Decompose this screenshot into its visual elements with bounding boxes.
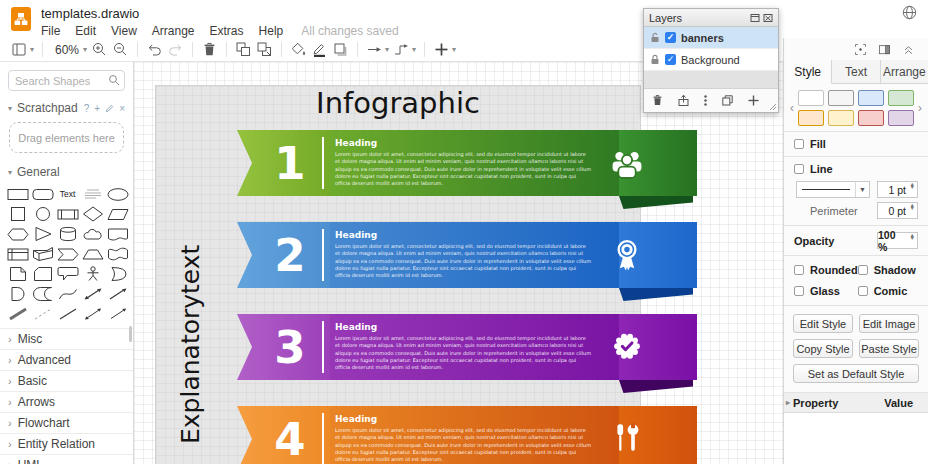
- line-color-button[interactable]: [309, 40, 330, 60]
- sidebar-section-basic[interactable]: ›Basic: [0, 370, 133, 391]
- shape-hexagon[interactable]: [5, 226, 30, 242]
- shape-search[interactable]: [8, 70, 125, 91]
- shape-rectangle[interactable]: [5, 186, 30, 202]
- shape-actor[interactable]: [80, 266, 105, 282]
- add-layer-icon[interactable]: [747, 94, 760, 107]
- infographic-title[interactable]: Infographic: [155, 86, 641, 120]
- delete-layer-icon[interactable]: [651, 94, 664, 107]
- banner-1[interactable]: 1 Heading Lorem ipsum dolor sit amet, co…: [237, 130, 697, 210]
- rounded-checkbox[interactable]: [794, 265, 804, 275]
- sidebar-section-entity-relation[interactable]: ›Entity Relation: [0, 433, 133, 454]
- scratchpad-help-icon[interactable]: ?: [84, 103, 90, 114]
- fit-page-icon[interactable]: [854, 43, 867, 56]
- minimize-window-icon[interactable]: [750, 13, 760, 23]
- style-swatch-orange[interactable]: [798, 110, 824, 126]
- to-front-button[interactable]: [233, 40, 254, 60]
- resize-grip-icon[interactable]: [769, 103, 777, 111]
- shape-diamond[interactable]: [80, 206, 105, 222]
- shape-bidirectional-arrow[interactable]: [80, 286, 105, 302]
- collapse-panel-icon[interactable]: [902, 43, 915, 56]
- shape-callout[interactable]: [55, 266, 80, 282]
- sidebar-section-arrows[interactable]: ›Arrows: [0, 391, 133, 412]
- edit-style-button[interactable]: Edit Style: [793, 314, 853, 333]
- view-button[interactable]: ▾: [9, 40, 36, 60]
- menu-file[interactable]: File: [41, 24, 60, 38]
- menu-view[interactable]: View: [111, 24, 137, 38]
- lock-icon[interactable]: [650, 54, 660, 65]
- shape-text[interactable]: Text: [55, 186, 80, 202]
- insert-button[interactable]: ▾: [431, 40, 458, 60]
- style-swatch-gray[interactable]: [828, 90, 854, 106]
- shape-arrow[interactable]: [105, 286, 130, 302]
- shape-trapezoid[interactable]: [80, 246, 105, 262]
- general-section-header[interactable]: ▾ General: [0, 161, 133, 183]
- line-style-select[interactable]: ▼: [796, 181, 870, 198]
- sidebar-section-misc[interactable]: ›Misc: [0, 328, 133, 349]
- shape-document[interactable]: [105, 226, 130, 242]
- fill-color-button[interactable]: [288, 40, 309, 60]
- menu-arrange[interactable]: Arrange: [152, 24, 195, 38]
- style-swatch-red[interactable]: [858, 110, 884, 126]
- line-checkbox[interactable]: [794, 164, 804, 174]
- undo-button[interactable]: [144, 40, 165, 60]
- shape-link[interactable]: [5, 306, 30, 322]
- shape-parallelogram[interactable]: [105, 206, 130, 222]
- language-globe-icon[interactable]: [902, 5, 917, 20]
- scratchpad-add-icon[interactable]: +: [94, 103, 100, 114]
- shape-double-arrow-line[interactable]: [80, 306, 105, 322]
- copy-style-button[interactable]: Copy Style: [793, 339, 853, 358]
- diagram-canvas[interactable]: Infographic Explanatorytext 1 Heading Lo…: [134, 62, 783, 464]
- zoom-out-button[interactable]: [110, 40, 131, 60]
- shape-arrow-line[interactable]: [105, 306, 130, 322]
- more-options-icon[interactable]: [703, 94, 708, 107]
- layers-titlebar[interactable]: Layers: [644, 9, 778, 27]
- shape-ellipse[interactable]: [105, 186, 130, 202]
- presets-prev-icon[interactable]: ‹: [787, 100, 797, 115]
- shape-data-storage[interactable]: [30, 286, 55, 302]
- sidebar-scrollbar[interactable]: [129, 326, 132, 342]
- shape-triangle[interactable]: [30, 226, 55, 242]
- zoom-in-button[interactable]: [89, 40, 110, 60]
- line-width-stepper[interactable]: 1 pt▲▼: [877, 181, 918, 198]
- glass-checkbox[interactable]: [794, 286, 804, 296]
- shape-circle[interactable]: [30, 206, 55, 222]
- shape-and[interactable]: [5, 286, 30, 302]
- sidebar-section-flowchart[interactable]: ›Flowchart: [0, 412, 133, 433]
- connection-style-button[interactable]: ▾: [364, 40, 391, 60]
- shadow-button[interactable]: [330, 40, 351, 60]
- menu-edit[interactable]: Edit: [75, 24, 96, 38]
- tab-arrange[interactable]: Arrange: [881, 60, 928, 83]
- tab-text[interactable]: Text: [832, 60, 880, 83]
- search-input[interactable]: [15, 71, 115, 90]
- sidebar-section-uml[interactable]: ›UML: [0, 454, 133, 464]
- shape-textbox[interactable]: [80, 186, 105, 202]
- redo-button[interactable]: [165, 40, 186, 60]
- set-default-style-button[interactable]: Set as Default Style: [793, 364, 919, 383]
- menu-help[interactable]: Help: [259, 24, 284, 38]
- style-swatch-white[interactable]: [798, 90, 824, 106]
- unlock-icon[interactable]: [650, 32, 660, 43]
- shape-rounded-rectangle[interactable]: [30, 186, 55, 202]
- sidebar-section-advanced[interactable]: ›Advanced: [0, 349, 133, 370]
- shape-step[interactable]: [55, 246, 80, 262]
- to-back-button[interactable]: [254, 40, 275, 60]
- delete-button[interactable]: [199, 40, 220, 60]
- layer-row-banners[interactable]: ✓ banners: [644, 27, 778, 49]
- banner-2[interactable]: 2 Heading Lorem ipsum dolor sit amet, co…: [237, 222, 697, 302]
- style-swatch-purple[interactable]: [888, 110, 914, 126]
- scratchpad-edit-icon[interactable]: [105, 104, 114, 113]
- shape-note[interactable]: [5, 266, 30, 282]
- edit-image-button[interactable]: Edit Image: [859, 314, 919, 333]
- style-swatch-blue[interactable]: [858, 90, 884, 106]
- perimeter-stepper[interactable]: 0 pt▲▼: [877, 202, 918, 219]
- shape-square[interactable]: [5, 206, 30, 222]
- scratchpad-header[interactable]: ▾ Scratchpad ? + ×: [0, 97, 133, 119]
- shape-or[interactable]: [105, 266, 130, 282]
- shape-process[interactable]: [55, 206, 80, 222]
- style-swatch-green[interactable]: [888, 90, 914, 106]
- shape-cylinder[interactable]: [55, 226, 80, 242]
- menu-extras[interactable]: Extras: [210, 24, 244, 38]
- duplicate-layer-icon[interactable]: [721, 94, 734, 107]
- shape-internal-storage[interactable]: [5, 246, 30, 262]
- scratchpad-close-icon[interactable]: ×: [119, 103, 125, 114]
